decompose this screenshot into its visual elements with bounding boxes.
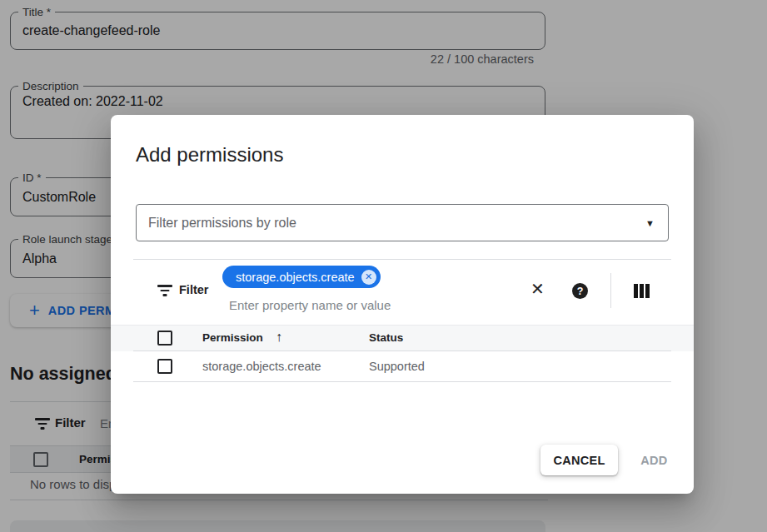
dialog-filter-label: Filter (179, 283, 208, 296)
filter-chip-text: storage.objects.create (236, 271, 355, 284)
table-row[interactable]: storage.objects.create Supported (111, 351, 694, 381)
cancel-button[interactable]: CANCEL (540, 445, 618, 475)
chevron-down-icon: ▼ (645, 218, 655, 228)
toolbar-top-divider (133, 259, 671, 260)
row-status-cell: Supported (369, 360, 425, 373)
clear-filters-icon[interactable]: ✕ (530, 281, 545, 297)
add-button[interactable]: ADD (631, 446, 677, 475)
dialog-filter-icon (157, 285, 172, 296)
help-icon[interactable]: ? (572, 283, 588, 299)
sort-ascending-icon[interactable]: ↑ (276, 330, 282, 345)
screen: Title * create-changefeed-role 22 / 100 … (0, 0, 767, 532)
column-display-icon[interactable] (634, 284, 650, 298)
add-permissions-dialog: Add permissions Filter permissions by ro… (111, 115, 694, 494)
toolbar-divider (610, 273, 611, 308)
dialog-title: Add permissions (136, 143, 283, 167)
filter-chip[interactable]: storage.objects.create ✕ (222, 266, 381, 288)
role-filter-placeholder: Filter permissions by role (148, 216, 296, 231)
row-permission-cell: storage.objects.create (202, 360, 321, 373)
row-bottom-divider (133, 381, 671, 382)
row-checkbox[interactable] (157, 359, 172, 374)
dialog-status-column-header[interactable]: Status (369, 331, 403, 344)
dialog-filter-input[interactable]: Enter property name or value (229, 298, 391, 312)
chip-remove-icon[interactable]: ✕ (361, 270, 376, 285)
role-filter-dropdown[interactable]: Filter permissions by role ▼ (136, 204, 669, 241)
dialog-select-all-checkbox[interactable] (157, 331, 172, 346)
dialog-permission-column-header[interactable]: Permission (202, 331, 263, 344)
